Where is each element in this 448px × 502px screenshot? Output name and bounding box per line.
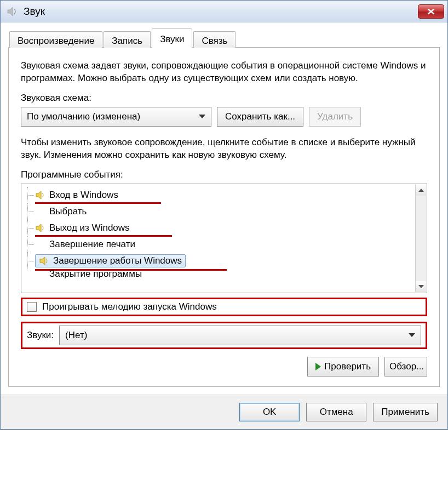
svg-marker-1	[36, 191, 41, 199]
play-icon	[315, 363, 321, 370]
tab-playback[interactable]: Воспроизведение	[9, 31, 102, 48]
scroll-down-button[interactable]	[416, 281, 426, 292]
scheme-select-value: По умолчанию (изменена)	[27, 111, 140, 122]
list-item[interactable]: Закрытие программы	[35, 269, 415, 279]
blank-icon	[35, 239, 46, 249]
events-description: Чтобы изменить звуковое сопровождение, щ…	[21, 136, 427, 162]
list-item[interactable]: Выбрать	[35, 203, 415, 220]
speaker-icon	[35, 223, 46, 233]
titlebar: Звук	[1, 1, 447, 22]
list-item-label: Закрытие программы	[49, 269, 142, 279]
sounds-select-value: (Нет)	[65, 330, 87, 341]
play-startup-label: Проигрывать мелодию запуска Windows	[42, 301, 217, 312]
blank-icon	[35, 207, 46, 216]
scheme-select[interactable]: По умолчанию (изменена)	[21, 107, 211, 127]
list-item[interactable]: Завершение работы Windows	[35, 253, 415, 269]
events-label: Программные события:	[21, 169, 427, 180]
list-item-label: Вход в Windows	[49, 190, 118, 201]
svg-marker-0	[8, 7, 13, 16]
list-item-label: Завершение печати	[49, 239, 135, 250]
list-item[interactable]: Вход в Windows	[35, 187, 415, 203]
scheme-label: Звуковая схема:	[21, 93, 427, 104]
chevron-down-icon	[409, 333, 415, 337]
scroll-up-button[interactable]	[416, 185, 426, 196]
highlight-box-startup: Проигрывать мелодию запуска Windows	[21, 298, 427, 316]
apply-button[interactable]: Применить	[373, 403, 438, 421]
dialog-footer: OK Отмена Применить	[1, 395, 447, 429]
svg-marker-2	[36, 224, 41, 232]
delete-button: Удалить	[309, 107, 361, 127]
list-item-label: Завершение работы Windows	[53, 255, 182, 266]
save-as-button[interactable]: Сохранить как...	[217, 107, 303, 127]
list-item[interactable]: Завершение печати	[35, 236, 415, 253]
cancel-button[interactable]: Отмена	[306, 403, 366, 421]
sound-dialog: Звук Воспроизведение Запись Звуки Связь …	[0, 0, 448, 430]
events-listbox[interactable]: Вход в Windows Выбрать Выход из Windows	[21, 184, 427, 293]
ok-button[interactable]: OK	[239, 403, 300, 421]
tab-page-sounds: Звуковая схема задает звуки, сопровождаю…	[8, 48, 440, 387]
list-item[interactable]: Выход из Windows	[35, 220, 415, 236]
highlight-box-sounds: Звуки: (Нет)	[21, 322, 427, 349]
tab-sounds[interactable]: Звуки	[152, 28, 192, 48]
list-item-label: Выход из Windows	[49, 223, 130, 233]
client-area: Воспроизведение Запись Звуки Связь Звуко…	[1, 22, 447, 395]
test-button[interactable]: Проверить	[307, 357, 379, 376]
chevron-down-icon	[199, 115, 205, 118]
close-button[interactable]	[418, 4, 444, 19]
play-startup-checkbox[interactable]	[27, 302, 37, 312]
scroll-track[interactable]	[416, 196, 426, 281]
test-button-label: Проверить	[324, 361, 371, 372]
blank-icon	[35, 269, 46, 279]
tabstrip: Воспроизведение Запись Звуки Связь	[8, 29, 440, 48]
sounds-select[interactable]: (Нет)	[59, 326, 421, 345]
sounds-label: Звуки:	[27, 330, 54, 341]
svg-marker-3	[40, 257, 45, 265]
scrollbar[interactable]	[415, 185, 426, 292]
browse-button-label: Обзор...	[389, 361, 424, 372]
browse-button[interactable]: Обзор...	[384, 357, 427, 376]
speaker-icon	[35, 190, 46, 200]
speaker-icon	[39, 256, 50, 266]
window-title: Звук	[24, 5, 418, 18]
tab-recording[interactable]: Запись	[104, 31, 151, 48]
scheme-description: Звуковая схема задает звуки, сопровождаю…	[21, 60, 427, 85]
tab-communications[interactable]: Связь	[193, 31, 236, 48]
sound-icon	[6, 5, 19, 18]
list-item-label: Выбрать	[49, 206, 87, 217]
